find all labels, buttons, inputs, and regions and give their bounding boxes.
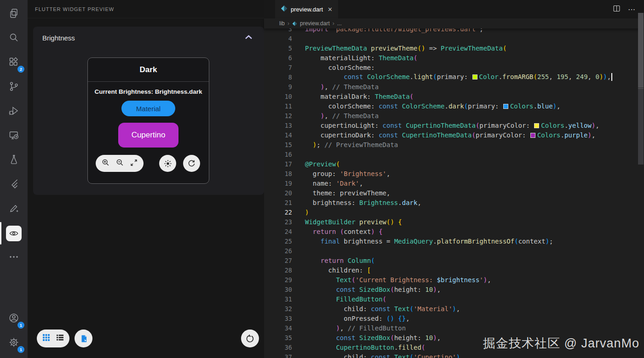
- line-content: materialDark: ThemeData(: [292, 93, 414, 100]
- layout-list-button[interactable]: [56, 333, 64, 344]
- restart-preview-button[interactable]: [241, 330, 259, 347]
- line-content: ): [292, 209, 309, 216]
- code-area[interactable]: 3import 'package:flutter/widget_previews…: [264, 28, 644, 358]
- line-number: 28: [264, 267, 292, 274]
- activity-bar-item-edit-tools[interactable]: [0, 197, 28, 221]
- activity-bar-item-testing[interactable]: [0, 148, 28, 172]
- activity-bar-item-flutter[interactable]: [0, 172, 28, 197]
- code-line: 26: [264, 246, 644, 256]
- tab-preview-dart[interactable]: preview.dart ✕: [275, 0, 338, 18]
- activity-bar-item-extensions[interactable]: 2: [0, 51, 28, 75]
- badge: 2: [17, 66, 24, 73]
- files-icon: [8, 8, 19, 21]
- line-content: name: 'Dark',: [292, 180, 363, 187]
- expand-icon[interactable]: [130, 159, 138, 169]
- brightness-group-header[interactable]: Brightness: [33, 27, 264, 42]
- activity-bar-item-search[interactable]: [0, 26, 28, 51]
- code-line: 29 Text('Current Brightness: $brightness…: [264, 275, 644, 284]
- code-line: 19 name: 'Dark',: [264, 178, 644, 188]
- zoom-in-icon[interactable]: [101, 158, 110, 169]
- line-content: FilledButton(: [292, 295, 386, 303]
- activity-bar-item-flutter-widget-preview[interactable]: [0, 221, 28, 245]
- refresh-preview-button[interactable]: [183, 155, 200, 172]
- zoom-out-icon[interactable]: [115, 158, 124, 169]
- code-line: 13 cupertinoLight: const CupertinoThemeD…: [264, 120, 644, 130]
- material-button[interactable]: Material: [121, 101, 175, 116]
- more-actions-icon[interactable]: ⋯: [628, 5, 636, 14]
- editor-group: preview.dart ✕ ⋯ lib›preview.dart›... 3i…: [264, 0, 644, 358]
- code-line: 9 ), // ThemeData: [264, 82, 644, 91]
- line-number: 3: [264, 28, 292, 33]
- line-content: cupertinoLight: const CupertinoThemeData…: [292, 122, 599, 129]
- flutter-icon: [8, 178, 19, 191]
- line-content: return Column(: [292, 257, 375, 264]
- open-file-button[interactable]: [75, 330, 92, 347]
- activity-bar-item-run-and-debug[interactable]: [0, 99, 28, 124]
- line-number: 24: [264, 228, 292, 235]
- line-content: children: [: [292, 267, 371, 274]
- preview-controls: [88, 155, 209, 172]
- editor-scrollbar[interactable]: [638, 0, 644, 358]
- color-swatch: [503, 104, 508, 109]
- split-editor-icon[interactable]: [613, 5, 621, 14]
- chevron-up-icon[interactable]: [244, 34, 253, 42]
- code-line: 17@Preview(: [264, 159, 644, 169]
- watermark: 掘金技术社区 @ JarvanMo: [483, 335, 639, 352]
- line-content: const SizedBox(height: 10),: [292, 334, 441, 341]
- line-number: 27: [264, 257, 292, 264]
- activity-bar-item-explorer[interactable]: [0, 2, 28, 26]
- line-number: 17: [264, 160, 292, 168]
- brightness-toggle-button[interactable]: [159, 155, 176, 172]
- line-number: 36: [264, 344, 292, 351]
- code-line: 4: [264, 34, 644, 43]
- cupertino-button[interactable]: Cupertino: [118, 123, 178, 148]
- breadcrumb-item[interactable]: ...: [337, 20, 342, 27]
- line-number: 21: [264, 199, 292, 206]
- code-line: 3import 'package:flutter/widget_previews…: [264, 28, 644, 34]
- activity-bar-item-additional-views[interactable]: [0, 245, 28, 270]
- line-number: 23: [264, 218, 292, 226]
- color-swatch: [534, 123, 539, 128]
- line-number: 4: [264, 35, 292, 42]
- breadcrumb-separator: ›: [288, 20, 289, 27]
- line-number: 29: [264, 276, 292, 284]
- line-number: 37: [264, 353, 292, 358]
- search-icon: [8, 32, 19, 45]
- line-content: @Preview(: [292, 160, 340, 168]
- debug-icon: [8, 105, 19, 118]
- line-number: 34: [264, 324, 292, 332]
- line-content: const SizedBox(height: 10),: [292, 286, 441, 293]
- activity-bar-item-accounts[interactable]: 1: [0, 307, 28, 331]
- line-content: final brightness = MediaQuery.platformBr…: [292, 238, 553, 245]
- remote-icon: [8, 130, 19, 142]
- panel-footer: [28, 330, 264, 347]
- line-content: Text('Current Brightness: $brightness'),: [292, 276, 491, 284]
- code-line: 16: [264, 149, 644, 159]
- activity-bar-item-source-control[interactable]: [0, 75, 28, 99]
- scrollbar-thumb[interactable]: [638, 13, 644, 88]
- line-number: 5: [264, 45, 292, 52]
- line-number: 31: [264, 295, 292, 303]
- line-number: 22: [264, 209, 292, 216]
- line-content: ), // FilledButton: [292, 324, 406, 332]
- code-line: 28 children: [: [264, 265, 644, 275]
- tab-close-icon[interactable]: ✕: [328, 6, 333, 13]
- code-line: 15 ); // PreviewThemeData: [264, 140, 644, 149]
- group-title: Brightness: [42, 34, 75, 42]
- line-content: materialLight: ThemeData(: [292, 54, 417, 62]
- line-content: CupertinoButton.filled(: [292, 344, 425, 351]
- breadcrumb-item[interactable]: lib: [279, 20, 285, 27]
- line-content: PreviewThemeData previewTheme() => Previ…: [292, 45, 506, 52]
- breadcrumb-item[interactable]: preview.dart: [300, 20, 330, 27]
- line-number: 14: [264, 131, 292, 139]
- layout-grid-button[interactable]: [42, 333, 51, 344]
- activity-bar-item-remote-explorer[interactable]: [0, 124, 28, 148]
- line-number: 8: [264, 74, 292, 81]
- activity-bar-item-settings[interactable]: 1: [0, 331, 28, 355]
- tab-label: preview.dart: [291, 6, 323, 13]
- line-content: WidgetBuilder preview() {: [292, 218, 402, 226]
- code-line: 27 return Column(: [264, 256, 644, 265]
- line-content: cupertinoDark: const CupertinoThemeData(…: [292, 131, 595, 139]
- line-number: 9: [264, 83, 292, 91]
- tab-bar: preview.dart ✕ ⋯: [264, 0, 644, 18]
